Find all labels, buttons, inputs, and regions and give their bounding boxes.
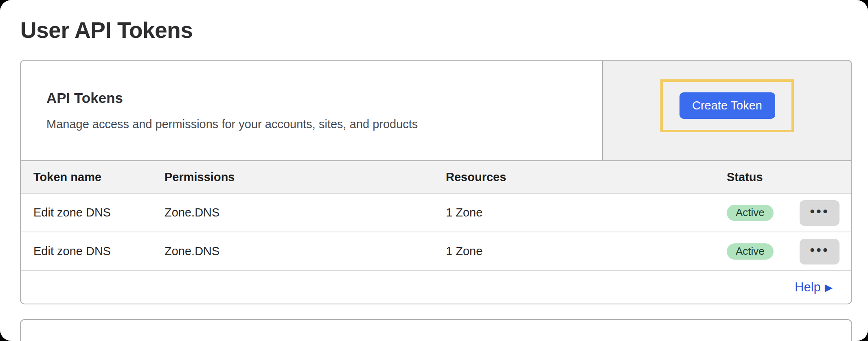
status-badge: Active [727, 205, 774, 221]
help-link-label: Help [795, 280, 821, 295]
ellipsis-icon: ••• [810, 243, 829, 257]
cell-permissions: Zone.DNS [164, 245, 446, 258]
column-header-permissions: Permissions [164, 170, 446, 184]
section-heading: API Tokens [46, 90, 123, 106]
annotation-highlight-box: Create Token [660, 79, 794, 132]
card-footer: Help ▶ [21, 271, 851, 304]
create-token-panel: Create Token [602, 61, 851, 160]
token-table-header: Token name Permissions Resources Status [21, 160, 851, 194]
api-tokens-card: API Tokens Manage access and permissions… [20, 60, 852, 304]
next-section-card [20, 319, 852, 341]
cell-resources: 1 Zone [446, 206, 727, 219]
page-title: User API Tokens [20, 17, 193, 43]
cell-token-name: Edit zone DNS [33, 245, 164, 258]
table-row: Edit zone DNS Zone.DNS 1 Zone Active ••• [21, 194, 851, 232]
help-arrow-icon: ▶ [825, 282, 833, 293]
row-actions-menu-button[interactable]: ••• [800, 200, 840, 226]
table-row: Edit zone DNS Zone.DNS 1 Zone Active ••• [21, 232, 851, 271]
column-header-token-name: Token name [33, 170, 164, 184]
ellipsis-icon: ••• [810, 204, 829, 218]
column-header-status: Status [727, 170, 851, 184]
api-tokens-header-text: API Tokens Manage access and permissions… [21, 61, 602, 160]
cell-token-name: Edit zone DNS [33, 206, 164, 219]
help-link[interactable]: Help ▶ [795, 280, 833, 295]
create-token-button[interactable]: Create Token [679, 92, 775, 119]
status-badge: Active [727, 243, 774, 260]
user-api-tokens-page: User API Tokens API Tokens Manage access… [0, 0, 868, 341]
column-header-resources: Resources [446, 170, 727, 184]
cell-permissions: Zone.DNS [164, 206, 446, 219]
cell-resources: 1 Zone [446, 245, 727, 258]
section-description: Manage access and permissions for your a… [46, 118, 418, 131]
api-tokens-card-header: API Tokens Manage access and permissions… [21, 61, 851, 160]
row-actions-menu-button[interactable]: ••• [800, 239, 840, 264]
